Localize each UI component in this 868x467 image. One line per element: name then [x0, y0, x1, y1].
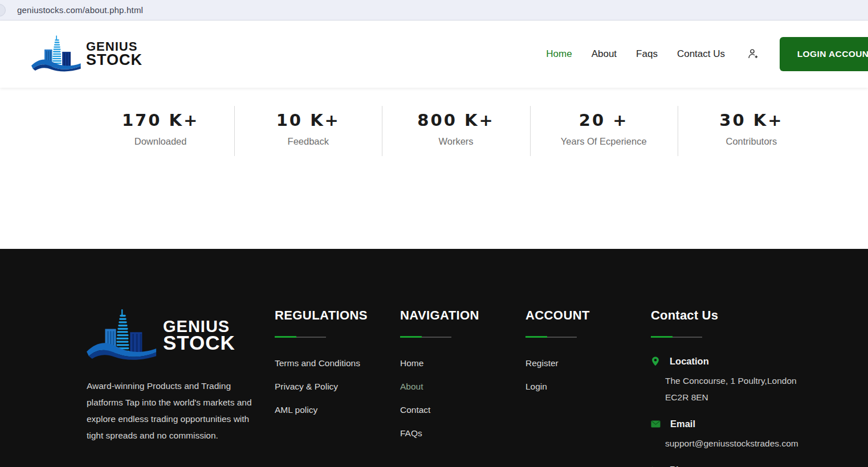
- footer-description: Award-winning Products and Trading platf…: [87, 378, 253, 444]
- footer-account-column: ACCOUNT Register Login: [525, 308, 651, 467]
- link-terms-and-conditions[interactable]: Terms and Conditions: [275, 358, 360, 368]
- list-item: Home: [400, 358, 525, 368]
- nav-contact-us[interactable]: Contact Us: [677, 48, 725, 60]
- contact-label: Email: [670, 419, 695, 429]
- login-account-button[interactable]: LOGIN ACCOUNT: [780, 37, 868, 71]
- site-header: GENIUS STOCK Home About Faqs Contact Us …: [0, 21, 868, 88]
- main-navigation: Home About Faqs Contact Us: [546, 48, 725, 60]
- contact-location: Location The Concourse, 1 Poultry,London…: [651, 356, 845, 405]
- stats-section: 170 K+ Downloaded 10 K+ Feedback 800 K+ …: [0, 88, 868, 249]
- logo-line2: STOCK: [86, 53, 142, 67]
- stat-value: 800 K+: [382, 110, 529, 130]
- stat-experience: 20 + Years Of Ecperience: [530, 103, 678, 157]
- logo-buildings-icon: [31, 34, 81, 75]
- footer-contact-column: Contact Us Location The Concourse, 1 Pou…: [651, 308, 845, 467]
- stat-label: Downloaded: [87, 136, 234, 147]
- list-item: Privacy & Policy: [275, 382, 400, 392]
- nav-about[interactable]: About: [592, 48, 617, 60]
- email-icon: [651, 420, 661, 428]
- logo-buildings-icon: [87, 308, 157, 363]
- footer-brand-column: GENIUS STOCK Award-winning Products and …: [87, 308, 275, 467]
- title-underline: [275, 337, 326, 338]
- stat-feedback: 10 K+ Feedback: [234, 103, 382, 157]
- link-login[interactable]: Login: [525, 382, 547, 391]
- list-item: Contact: [400, 405, 525, 415]
- site-footer: GENIUS STOCK Award-winning Products and …: [0, 249, 868, 467]
- list-item: Terms and Conditions: [275, 358, 400, 368]
- stat-value: 170 K+: [87, 110, 234, 130]
- footer-navigation-column: NAVIGATION Home About Contact FAQs: [400, 308, 525, 467]
- logo-line2: STOCK: [163, 334, 235, 352]
- stat-contributors: 30 K+ Contributors: [678, 103, 825, 157]
- stat-value: 30 K+: [678, 110, 825, 130]
- logo-wordmark: GENIUS STOCK: [163, 319, 235, 353]
- stat-label: Years Of Ecperience: [530, 136, 678, 147]
- stat-label: Feedback: [234, 136, 382, 147]
- stat-label: Contributors: [678, 136, 825, 147]
- list-item: About: [400, 382, 525, 392]
- stat-value: 20 +: [530, 110, 678, 130]
- stat-workers: 800 K+ Workers: [382, 103, 529, 157]
- link-contact[interactable]: Contact: [400, 405, 430, 415]
- contact-label: Phone: [670, 465, 698, 467]
- user-plus-icon[interactable]: [747, 48, 759, 60]
- title-underline: [525, 337, 577, 338]
- column-title: Contact Us: [651, 308, 845, 323]
- link-faqs[interactable]: FAQs: [400, 428, 422, 438]
- nav-home[interactable]: Home: [546, 48, 572, 60]
- column-title: REGULATIONS: [275, 308, 400, 323]
- link-about[interactable]: About: [400, 382, 423, 391]
- list-item: Login: [525, 382, 651, 392]
- contact-label: Location: [670, 356, 709, 367]
- footer-regulations-column: REGULATIONS Terms and Conditions Privacy…: [275, 308, 400, 467]
- footer-logo[interactable]: GENIUS STOCK: [87, 308, 275, 363]
- list-item: FAQs: [400, 428, 525, 439]
- contact-value: The Concourse, 1 Poultry,London EC2R 8EN: [665, 372, 813, 405]
- contact-email: Email support@geniusstockstrades.com: [651, 419, 845, 452]
- favicon-partial-circle: [0, 4, 6, 17]
- title-underline: [400, 337, 451, 338]
- nav-faqs[interactable]: Faqs: [636, 48, 658, 60]
- link-home[interactable]: Home: [400, 358, 423, 368]
- location-pin-icon: [651, 357, 660, 366]
- logo-wordmark: GENIUS STOCK: [86, 41, 142, 67]
- stat-label: Workers: [382, 136, 529, 147]
- list-item: Register: [525, 358, 651, 368]
- url-text: geniustocks.com/about.php.html: [17, 5, 143, 15]
- stat-value: 10 K+: [234, 110, 382, 130]
- browser-url-bar[interactable]: geniustocks.com/about.php.html: [0, 0, 868, 21]
- contact-value: support@geniusstockstrades.com: [665, 435, 813, 452]
- stat-downloaded: 170 K+ Downloaded: [87, 103, 234, 157]
- list-item: AML policy: [275, 405, 400, 415]
- title-underline: [651, 337, 702, 338]
- column-title: ACCOUNT: [525, 308, 651, 323]
- header-logo[interactable]: GENIUS STOCK: [31, 34, 142, 75]
- contact-phone: Phone: [651, 465, 845, 467]
- column-title: NAVIGATION: [400, 308, 525, 323]
- link-register[interactable]: Register: [525, 358, 559, 368]
- link-privacy-policy[interactable]: Privacy & Policy: [275, 382, 338, 391]
- link-aml-policy[interactable]: AML policy: [275, 405, 317, 415]
